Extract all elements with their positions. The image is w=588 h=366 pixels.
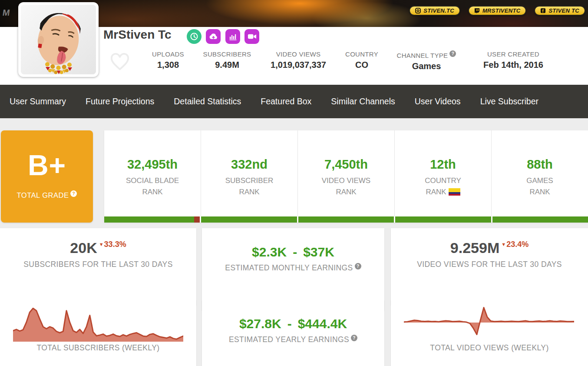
- subscribers-weekly-chart-card: TOTAL SUBSCRIBERS (WEEKLY): [0, 300, 196, 366]
- video-views-30d-card: 9.259M▼23.4% VIDEO VIEWS FOR THE LAST 30…: [391, 228, 588, 306]
- rank-bar-segment: [492, 216, 588, 223]
- rank-bar-segment: [298, 216, 394, 223]
- stat-label: COUNTRY: [340, 50, 383, 58]
- subscribers-weekly-label: TOTAL SUBSCRIBERS (WEEKLY): [0, 343, 196, 353]
- stat-value: 1,019,037,337: [257, 60, 340, 70]
- rank-label: GAMESRANK: [492, 175, 588, 198]
- nav-live-subscriber-count[interactable]: Live Subscriber: [480, 96, 538, 106]
- stat-label: USER CREATED: [474, 50, 553, 58]
- rank-games: 88th GAMESRANK: [492, 130, 588, 223]
- rank-progress-bar: [104, 216, 588, 223]
- stat-label: VIDEO VIEWS: [257, 50, 340, 58]
- banner-logo: M: [2, 8, 10, 18]
- nav-future-projections[interactable]: Future Projections: [86, 96, 154, 106]
- stat-subscribers: SUBSCRIBERS 9.49M: [195, 50, 260, 70]
- subscribers-30d-value: 20K: [70, 240, 97, 256]
- badge-label: STIVEN.TC: [423, 7, 454, 14]
- rank-country: 12th COUNTRYRANK: [395, 130, 492, 223]
- rank-value: 332nd: [201, 157, 297, 172]
- history-icon-button[interactable]: [187, 29, 202, 44]
- rank-label: SUBSCRIBERRANK: [201, 175, 297, 198]
- subscribers-weekly-sparkline: [13, 306, 183, 342]
- rank-value: 88th: [492, 157, 588, 172]
- yearly-earnings-label: ESTIMATED YEARLY EARNINGS?: [202, 335, 384, 344]
- bar-chart-icon: [229, 33, 237, 40]
- grade-value: B+: [1, 149, 93, 182]
- subscribers-30d-label: SUBSCRIBERS FOR THE LAST 30 DAYS: [0, 260, 196, 269]
- video-views-30d-label: VIDEO VIEWS FOR THE LAST 30 DAYS: [391, 260, 588, 269]
- nav-user-videos[interactable]: User Videos: [415, 96, 461, 106]
- stat-country: COUNTRY CO: [340, 50, 383, 70]
- grade-label: TOTAL GRADE?: [1, 190, 93, 200]
- heart-icon: [110, 52, 130, 71]
- stat-label: CHANNEL TYPE?: [390, 50, 463, 59]
- stat-video-views: VIDEO VIEWS 1,019,037,337: [257, 50, 340, 70]
- rank-bar-segment: [201, 216, 297, 223]
- cloud-upload-icon-button[interactable]: [206, 29, 221, 44]
- colombia-flag-icon: [449, 188, 460, 196]
- rank-bar-red-segment: [194, 216, 200, 223]
- monthly-earnings-value: $2.3K-$37K: [202, 245, 384, 260]
- badge-label: MRSTIVENTC: [482, 7, 521, 14]
- subscribers-30d-change: ▼33.3%: [99, 240, 126, 249]
- monthly-earnings-card: $2.3K-$37K ESTIMATED MONTHLY EARNINGS?: [202, 228, 384, 311]
- badge-label: STIVEN TC: [548, 7, 579, 14]
- subscribers-30d-card: 20K▼33.3% SUBSCRIBERS FOR THE LAST 30 DA…: [0, 228, 196, 306]
- nav-detailed-statistics[interactable]: Detailed Statistics: [174, 96, 241, 106]
- socialblade-user-summary-page: M STIVEN.TC MRSTIVENTC STIVEN TC: [0, 0, 588, 366]
- help-icon[interactable]: ?: [355, 263, 361, 270]
- rank-bar-segment: [395, 216, 491, 223]
- bar-chart-icon-button[interactable]: [225, 29, 240, 44]
- facebook-badge[interactable]: STIVEN TC: [534, 6, 585, 16]
- help-icon[interactable]: ?: [351, 335, 357, 341]
- section-nav: User Summary Future Projections Detailed…: [0, 85, 588, 118]
- instagram-badge[interactable]: STIVEN.TC: [409, 6, 460, 16]
- stat-label: UPLOADS: [144, 50, 192, 58]
- yearly-earnings-value: $27.8K-$444.4K: [202, 316, 384, 331]
- channel-name: MrStiven Tc: [103, 28, 172, 42]
- rank-value: 12th: [395, 157, 491, 172]
- stat-value: 9.49M: [195, 60, 260, 70]
- nav-user-summary[interactable]: User Summary: [10, 96, 66, 106]
- video-views-weekly-label: TOTAL VIDEO VIEWS (WEEKLY): [391, 343, 588, 353]
- stat-value: Feb 14th, 2016: [474, 60, 553, 70]
- video-camera-icon-button[interactable]: [244, 29, 259, 44]
- help-icon[interactable]: ?: [449, 50, 456, 57]
- nav-similar-channels[interactable]: Similar Channels: [331, 96, 395, 106]
- video-views-30d-value: 9.259M: [450, 240, 499, 256]
- history-icon: [190, 32, 198, 41]
- twitch-badge[interactable]: MRSTIVENTC: [468, 6, 527, 16]
- banner-social-badges: STIVEN.TC MRSTIVENTC STIVEN TC: [409, 6, 585, 16]
- channel-avatar-card: [18, 2, 99, 77]
- rank-label: COUNTRYRANK: [395, 175, 491, 198]
- cloud-upload-icon: [209, 33, 218, 40]
- favorite-heart-button[interactable]: [110, 52, 130, 73]
- stat-user-created: USER CREATED Feb 14th, 2016: [474, 50, 553, 70]
- stat-value: 1,308: [144, 60, 192, 70]
- stat-channel-type: CHANNEL TYPE? Games: [390, 50, 463, 71]
- down-arrow-icon: ▼: [501, 242, 506, 247]
- facebook-icon: [540, 8, 546, 13]
- nav-featured-box[interactable]: Featured Box: [261, 96, 311, 106]
- monthly-earnings-label: ESTIMATED MONTHLY EARNINGS?: [202, 263, 384, 273]
- stat-uploads: UPLOADS 1,308: [144, 50, 192, 70]
- rank-video-views: 7,450th VIDEO VIEWSRANK: [298, 130, 395, 223]
- yearly-earnings-card: $27.8K-$444.4K ESTIMATED YEARLY EARNINGS…: [202, 300, 384, 366]
- avatar-image: [21, 5, 96, 74]
- stat-value: CO: [340, 60, 383, 70]
- video-camera-icon: [248, 33, 257, 40]
- video-views-weekly-sparkline: [404, 302, 574, 343]
- video-views-weekly-chart-card: TOTAL VIDEO VIEWS (WEEKLY): [391, 300, 588, 366]
- rank-social-blade: 32,495th SOCIAL BLADERANK: [104, 130, 201, 223]
- rank-panel: 32,495th SOCIAL BLADERANK 332nd SUBSCRIB…: [104, 130, 588, 223]
- video-views-30d-change: ▼23.4%: [501, 240, 529, 249]
- down-arrow-icon: ▼: [99, 242, 104, 247]
- stat-value: Games: [390, 61, 463, 71]
- rank-label: SOCIAL BLADERANK: [104, 175, 201, 198]
- rank-value: 7,450th: [298, 157, 394, 172]
- rank-bar-segment: [104, 216, 200, 223]
- help-icon[interactable]: ?: [70, 190, 77, 197]
- stat-label: SUBSCRIBERS: [195, 50, 260, 58]
- rank-subscriber: 332nd SUBSCRIBERRANK: [201, 130, 298, 223]
- total-grade-card: B+ TOTAL GRADE?: [1, 130, 93, 223]
